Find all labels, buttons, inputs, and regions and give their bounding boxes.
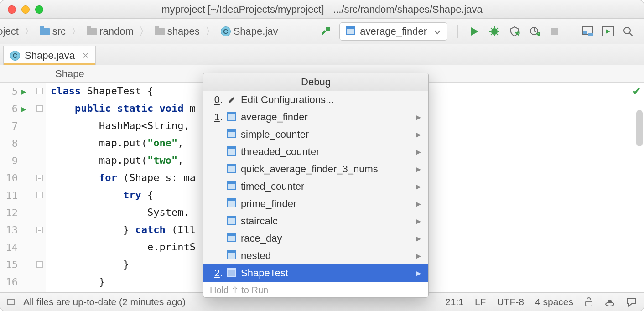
code-line[interactable]: e.printS [51, 238, 196, 256]
code-line[interactable]: class ShapeTest { [51, 83, 196, 100]
notifications-icon[interactable] [626, 297, 637, 307]
svg-rect-15 [588, 33, 593, 36]
popup-item-label: threaded_counter [241, 146, 319, 158]
run-gutter-icon[interactable]: ▶ [21, 87, 26, 96]
breadcrumb-project[interactable]: roject [0, 26, 21, 37]
chevron-right-icon: 〉 [23, 25, 35, 38]
run-configuration-selector[interactable]: average_finder [339, 22, 447, 41]
readonly-toggle[interactable] [584, 297, 593, 307]
fold-toggle[interactable]: – [36, 227, 43, 233]
chevron-right-icon: 〉 [204, 25, 216, 38]
application-icon [346, 28, 355, 35]
coverage-button[interactable] [508, 25, 521, 38]
gutter-line[interactable]: 8 [0, 135, 46, 152]
build-button[interactable] [319, 25, 332, 38]
toolwindow-toggle-button[interactable] [7, 299, 15, 305]
run-config-item[interactable]: threaded_counter▸ [203, 143, 428, 161]
caret-position[interactable]: 21:1 [445, 296, 464, 307]
inspection-status[interactable]: ✔ [632, 84, 642, 98]
gutter[interactable]: 5▶–6▶–78910–11–1213–1415–16 [0, 83, 46, 292]
submenu-arrow-icon: ▸ [416, 198, 421, 210]
run-anything-button[interactable] [602, 25, 614, 38]
breadcrumb-src[interactable]: src [38, 26, 68, 37]
run-config-item[interactable]: timed_counter▸ [203, 178, 428, 195]
line-number: 8 [0, 138, 21, 149]
run-config-item[interactable]: nested▸ [203, 247, 428, 264]
run-config-item[interactable]: prime_finder▸ [203, 195, 428, 213]
stop-button[interactable] [548, 25, 561, 38]
run-config-item[interactable]: simple_counter▸ [203, 126, 428, 143]
code-line[interactable]: } [51, 256, 196, 273]
svg-rect-0 [326, 27, 330, 31]
profile-button[interactable] [528, 25, 541, 38]
submenu-arrow-icon: ▸ [416, 250, 421, 262]
indent-settings[interactable]: 4 spaces [535, 296, 573, 307]
ide-window: myproject [~/IdeaProjects/myproject] - .… [0, 0, 644, 311]
code-line[interactable]: HashMap<String, [51, 117, 196, 135]
search-everywhere-button[interactable] [622, 25, 634, 38]
breadcrumb-random[interactable]: random [85, 26, 135, 37]
application-icon [227, 270, 236, 277]
gutter-line[interactable]: 13– [0, 221, 46, 238]
submenu-arrow-icon: ▸ [416, 267, 421, 279]
run-config-item[interactable]: staircalc▸ [203, 213, 428, 230]
scrollbar-thumb[interactable] [636, 110, 643, 146]
gutter-line[interactable]: 5▶– [0, 83, 46, 100]
gutter-line[interactable]: 9 [0, 152, 46, 169]
inspection-hector-icon[interactable] [604, 297, 615, 307]
popup-item-label: Edit Configurations... [241, 94, 334, 106]
run-config-label: average_finder [360, 26, 427, 37]
gutter-line[interactable]: 11– [0, 187, 46, 204]
fold-toggle[interactable]: – [36, 192, 43, 198]
fold-toggle[interactable]: – [36, 175, 43, 181]
project-structure-button[interactable] [582, 25, 594, 38]
run-button[interactable] [468, 25, 481, 38]
code-line[interactable]: } [51, 273, 196, 290]
editor-tab-label: Shape.java [25, 50, 75, 62]
line-number: 13 [0, 224, 21, 236]
fold-toggle[interactable]: – [36, 261, 43, 268]
close-tab-button[interactable]: ✕ [79, 51, 89, 61]
gutter-line[interactable]: 16 [0, 273, 46, 290]
popup-item-label: average_finder [241, 111, 308, 123]
code-line[interactable]: map.put("two", [51, 152, 196, 169]
fold-toggle[interactable]: – [36, 105, 43, 112]
window-title: myproject [~/IdeaProjects/myproject] - .… [0, 4, 644, 16]
minimize-window-button[interactable] [21, 5, 30, 14]
folder-icon [155, 28, 165, 35]
breadcrumb-shapes[interactable]: shapes [153, 26, 202, 37]
gutter-line[interactable]: 6▶– [0, 100, 46, 117]
run-config-item[interactable]: quick_average_finder_3_nums▸ [203, 161, 428, 178]
submenu-arrow-icon: ▸ [416, 146, 421, 158]
file-encoding[interactable]: UTF-8 [497, 296, 524, 307]
fullscreen-window-button[interactable] [35, 5, 43, 14]
code-area[interactable]: class ShapeTest { public static void m H… [46, 83, 196, 292]
editor-tab-shape[interactable]: C Shape.java ✕ [3, 46, 96, 65]
code-line[interactable]: } catch (Ill [51, 221, 196, 238]
application-icon [227, 166, 236, 173]
code-line[interactable]: System. [51, 204, 196, 221]
run-gutter-icon[interactable]: ▶ [21, 104, 26, 114]
code-line[interactable]: for (Shape s: ma [51, 169, 196, 187]
code-line[interactable]: try { [51, 187, 196, 204]
gutter-line[interactable]: 7 [0, 117, 46, 135]
edit-configurations-item[interactable]: 0. Edit Configurations... [203, 91, 428, 109]
run-config-item[interactable]: race_day▸ [203, 230, 428, 247]
line-separator[interactable]: LF [475, 296, 486, 307]
gutter-line[interactable]: 12 [0, 204, 46, 221]
code-line[interactable]: map.put("one", [51, 135, 196, 152]
line-number: 14 [0, 242, 21, 253]
run-config-item[interactable]: 1.average_finder▸ [203, 109, 428, 126]
fold-toggle[interactable]: – [36, 88, 43, 94]
application-icon [227, 148, 236, 156]
run-config-item[interactable]: 2.ShapeTest▸ [203, 264, 428, 282]
gutter-line[interactable]: 14 [0, 238, 46, 256]
gutter-line[interactable]: 15– [0, 256, 46, 273]
breadcrumb-file[interactable]: C Shape.jav [219, 26, 280, 37]
code-line[interactable]: public static void m [51, 100, 196, 117]
debug-button[interactable] [488, 25, 501, 38]
check-icon: ✔ [632, 84, 642, 98]
close-window-button[interactable] [8, 5, 16, 14]
gutter-line[interactable]: 10– [0, 169, 46, 187]
class-icon: C [221, 26, 231, 36]
